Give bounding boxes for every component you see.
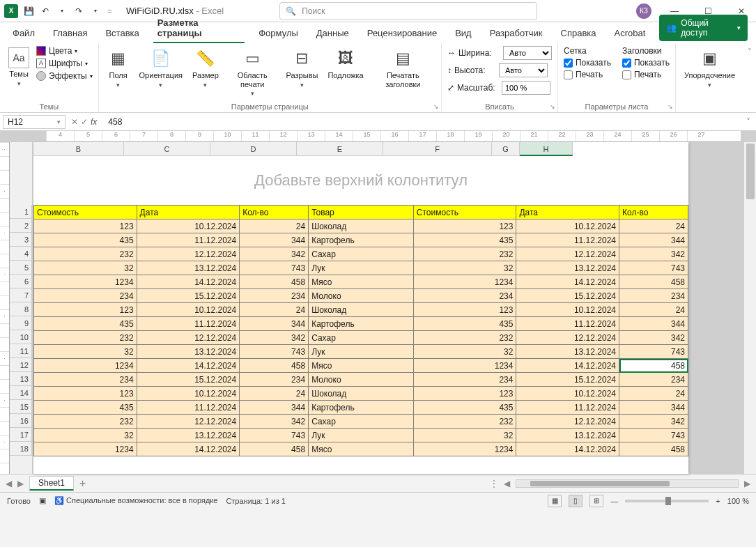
fit-width-select[interactable]: Авто: [503, 46, 552, 60]
cell[interactable]: 123: [413, 387, 516, 401]
cell[interactable]: 32: [413, 429, 516, 442]
redo-icon[interactable]: ↷: [72, 5, 85, 17]
cell[interactable]: 24: [619, 387, 688, 401]
cell[interactable]: 743: [619, 429, 688, 442]
breaks-button[interactable]: ⊟Разрывы▾: [284, 46, 321, 90]
headings-view-checkbox[interactable]: Показать: [622, 58, 670, 68]
cell[interactable]: 32: [34, 429, 137, 442]
row-header[interactable]: 6: [10, 275, 32, 288]
cell[interactable]: 13.12.2024: [516, 429, 619, 442]
cell[interactable]: 232: [34, 331, 137, 345]
data-table[interactable]: СтоимостьДатаКол-воТоварСтоимостьДатаКол…: [33, 205, 688, 456]
themes-button[interactable]: Aa Темы ▾: [6, 46, 32, 88]
cell[interactable]: Картофель: [309, 401, 414, 415]
accessibility-status[interactable]: ♿ Специальные возможности: все в порядке: [54, 496, 217, 505]
cell[interactable]: 232: [34, 415, 137, 429]
cell[interactable]: 32: [34, 261, 137, 275]
cell[interactable]: 12.12.2024: [516, 415, 619, 429]
dialog-launcher-icon[interactable]: ↘: [668, 103, 673, 110]
tab-рецензирование[interactable]: Рецензирование: [363, 24, 441, 43]
sheet-nav-next-icon[interactable]: ▶: [17, 479, 24, 488]
cell[interactable]: 24: [240, 303, 309, 317]
page-header-placeholder[interactable]: Добавьте верхний колонтитул: [33, 156, 688, 205]
cell[interactable]: 11.12.2024: [516, 401, 619, 415]
cell[interactable]: 123: [413, 219, 516, 233]
cell[interactable]: 11.12.2024: [516, 317, 619, 331]
cell[interactable]: Молоко: [309, 373, 414, 387]
cell[interactable]: 123: [413, 303, 516, 317]
cell[interactable]: 458: [619, 359, 688, 373]
dialog-launcher-icon[interactable]: ↘: [550, 103, 555, 110]
cell[interactable]: 435: [413, 317, 516, 331]
cell[interactable]: 234: [413, 373, 516, 387]
cell[interactable]: 13.12.2024: [137, 345, 240, 359]
tab-данные[interactable]: Данные: [312, 24, 353, 43]
cell[interactable]: 13.12.2024: [516, 261, 619, 275]
formula-input[interactable]: 458: [104, 117, 746, 127]
cell[interactable]: 458: [619, 442, 688, 456]
cell[interactable]: 435: [34, 233, 137, 247]
margins-button[interactable]: ▦Поля▾: [105, 46, 132, 90]
slider-handle[interactable]: [665, 497, 671, 505]
arrange-button[interactable]: ▣Упорядочение▾: [681, 46, 738, 90]
cell[interactable]: 1234: [34, 442, 137, 456]
cell[interactable]: 12.12.2024: [516, 331, 619, 345]
row-header[interactable]: 16: [10, 414, 32, 428]
cell[interactable]: 12.12.2024: [516, 247, 619, 261]
cell[interactable]: 10.12.2024: [516, 303, 619, 317]
macro-record-icon[interactable]: ▣: [39, 496, 46, 505]
cell[interactable]: 743: [240, 261, 309, 275]
tab-справка[interactable]: Справка: [557, 24, 601, 43]
colors-button[interactable]: Цвета ▾: [36, 46, 93, 56]
col-header[interactable]: H: [520, 142, 573, 156]
cell[interactable]: 32: [413, 261, 516, 275]
cell[interactable]: 1234: [413, 359, 516, 373]
row-header[interactable]: 8: [10, 302, 32, 316]
tab-вид[interactable]: Вид: [451, 24, 476, 43]
cell[interactable]: 11.12.2024: [137, 317, 240, 331]
fit-height-select[interactable]: Авто: [499, 63, 548, 77]
cell[interactable]: 14.12.2024: [516, 359, 619, 373]
table-header[interactable]: Дата: [516, 206, 619, 219]
cell[interactable]: 123: [34, 387, 137, 401]
cell[interactable]: 234: [619, 373, 688, 387]
cell[interactable]: 342: [240, 415, 309, 429]
chevron-down-icon[interactable]: ▾: [57, 118, 61, 125]
cell[interactable]: 15.12.2024: [516, 373, 619, 387]
redo-dropdown-icon[interactable]: ▾: [89, 5, 102, 17]
cell[interactable]: 10.12.2024: [137, 303, 240, 317]
col-header[interactable]: D: [210, 142, 297, 156]
gridlines-view-checkbox[interactable]: Показать: [564, 58, 611, 68]
scrollbar-thumb[interactable]: [530, 481, 670, 486]
cell[interactable]: 15.12.2024: [516, 289, 619, 303]
cell[interactable]: Сахар: [309, 331, 414, 345]
collapse-ribbon-icon[interactable]: ˅: [743, 43, 756, 112]
col-header[interactable]: F: [383, 142, 492, 156]
cell[interactable]: 10.12.2024: [516, 387, 619, 401]
cell[interactable]: 435: [413, 401, 516, 415]
tab-acrobat[interactable]: Acrobat: [610, 24, 650, 43]
cancel-formula-icon[interactable]: ✕: [71, 117, 78, 127]
col-header[interactable]: C: [124, 142, 210, 156]
cell[interactable]: Сахар: [309, 247, 414, 261]
column-headers[interactable]: B C D E F G H H: [33, 142, 688, 156]
cell[interactable]: 342: [240, 247, 309, 261]
cell[interactable]: 24: [619, 303, 688, 317]
search-box[interactable]: 🔍 Поиск: [279, 2, 537, 20]
share-button[interactable]: 👥 Общий доступ ▾: [659, 15, 748, 41]
row-header[interactable]: 13: [10, 372, 32, 386]
tab-вставка[interactable]: Вставка: [101, 24, 143, 43]
print-area-button[interactable]: ▭Область печати▾: [226, 46, 279, 98]
row-headers[interactable]: 123456789101112131415161718: [10, 142, 32, 474]
sheet-tab[interactable]: Sheet1: [29, 476, 74, 491]
orientation-button[interactable]: 📄Ориентация▾: [137, 46, 185, 90]
normal-view-button[interactable]: ▦: [548, 495, 562, 507]
col-header[interactable]: B: [33, 142, 124, 156]
cell[interactable]: 10.12.2024: [137, 387, 240, 401]
cell[interactable]: 12.12.2024: [137, 331, 240, 345]
cell[interactable]: Лук: [309, 261, 414, 275]
table-header[interactable]: Стоимость: [34, 206, 137, 219]
row-header[interactable]: 9: [10, 316, 32, 330]
row-header[interactable]: 17: [10, 428, 32, 442]
sheet-nav-prev-icon[interactable]: ◀: [6, 479, 12, 488]
